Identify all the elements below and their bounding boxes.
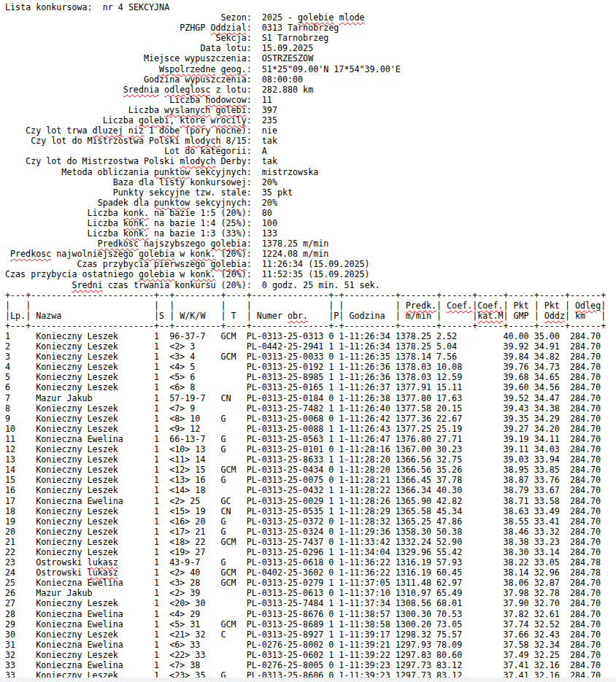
cell-p: 1	[328, 496, 339, 506]
cell-lp: 8	[5, 403, 36, 414]
cell-coef: 30.23	[436, 444, 472, 454]
cell-numer-obr: PL-0313-25-7437	[247, 537, 329, 547]
cell-s: 1	[154, 372, 169, 382]
cell-s: 1	[154, 444, 169, 454]
cell-godzina: 1-11:36:22	[339, 567, 395, 578]
cell-s: 1	[154, 485, 169, 495]
cell-numer-obr: PL-0313-25-0033	[247, 352, 329, 362]
cell-predk: 1366.56	[396, 454, 436, 465]
cell-s: 1	[154, 557, 169, 567]
header-field-line: Liczba hodowcow:11	[5, 95, 616, 105]
header-cell-coef: |	[436, 311, 472, 321]
cell-t: GCM	[221, 578, 247, 588]
cell-p: 1	[328, 403, 339, 414]
cell-coef: 55.42	[436, 547, 472, 557]
cell-pkt-gmp: 38.95	[503, 465, 534, 475]
cell-nazwa: Konieczny Leszek	[36, 454, 154, 465]
field-label: Czy lot trwa dluzej niz 1 dobe (pory noc…	[5, 125, 252, 136]
spellcheck-squiggle: wrocily	[210, 115, 246, 125]
cell-godzina: 1-11:38:57	[339, 609, 395, 619]
field-label: Baza dla listy konkursowej:	[5, 177, 252, 187]
cell-odleg: 284.78	[565, 567, 606, 578]
cell-godzina: 1-11:37:10	[339, 588, 395, 598]
cell-s: 1	[154, 382, 169, 392]
cell-wkw: <22> 33	[169, 650, 220, 660]
header-field-line: Liczba konk. na bazie 1:3 (33%):133	[5, 228, 616, 239]
header-field-line: Miejsce wypuszczenia:OSTRZESZOW	[5, 53, 616, 63]
spellcheck-squiggle: Predk.	[406, 301, 436, 311]
cell-godzina: 1-11:38:58	[339, 619, 395, 629]
cell-coef: 25.19	[436, 424, 472, 434]
header-cell-pkt-oddz: | Oddz	[534, 311, 565, 321]
cell-numer-obr: PL-0313-25-0088	[247, 424, 329, 434]
cell-coef: 65.49	[436, 588, 472, 598]
cell-s: 1	[154, 588, 169, 598]
cell-wkw: 43-9-7	[169, 557, 220, 567]
cell-godzina: 1-11:39:17	[339, 629, 395, 640]
cell-wkw: <18> 22	[169, 537, 220, 547]
cell-pkt-gmp: 39.92	[503, 341, 534, 352]
cell-predk: 1378.25	[396, 331, 436, 341]
cell-coef: 50.38	[436, 527, 472, 537]
field-value: 11:26:34 (15.09.2025)	[252, 259, 370, 269]
spellcheck-squiggle: Coef.	[477, 301, 503, 311]
cell-wkw: <8> 10	[169, 414, 220, 424]
header-field-line: Sekcja:S1 Tarnobrzeg	[5, 33, 616, 43]
cell-godzina: 1-11:26:36	[339, 362, 395, 372]
cell-p: 0	[328, 660, 339, 670]
cell-odleg: 284.70	[565, 496, 606, 506]
cell-godzina: 1-11:29:36	[339, 527, 395, 537]
cell-predk: 1377.58	[396, 403, 436, 414]
spellcheck-squiggle: Predkosc	[10, 249, 51, 259]
table-row: 8Konieczny Leszek1<7> 9PL-0313-25-748211…	[5, 403, 616, 414]
header-field-line: Predkosc najszybszego golebia:1378.25 m/…	[5, 239, 616, 249]
cell-numer-obr: PL-0313-25-0313	[247, 331, 329, 341]
cell-wkw: <9> 12	[169, 424, 220, 434]
cell-godzina: 1-11:28:20	[339, 454, 395, 465]
cell-coef: 83.12	[436, 660, 472, 670]
cell-nazwa: Konieczny Leszek	[36, 414, 154, 424]
cell-pkt-oddz: 34.65	[534, 372, 565, 382]
cell-godzina: 1-11:28:26	[339, 496, 395, 506]
cell-odleg: 284.70	[565, 465, 606, 475]
cell-wkw: <11> 14	[169, 454, 220, 465]
cell-lp: 5	[5, 372, 36, 382]
header-field-line: Punkty sekcyjne tzw. stale:35 pkt	[5, 187, 616, 198]
results-document[interactable]: Lista konkursowa: nr 4 SEKCYJNA Sezon:20…	[0, 0, 616, 682]
cell-p: 0	[328, 465, 339, 475]
cell-lp: 12	[5, 444, 36, 454]
cell-coef: 12.59	[436, 372, 472, 382]
cell-coef: 78.09	[436, 640, 472, 650]
cell-numer-obr: PL-0276-25-8005	[247, 660, 329, 670]
cell-pkt-gmp: 39.43	[503, 403, 534, 414]
cell-pkt-oddz: 34.56	[534, 382, 565, 392]
cell-odleg: 284.70	[565, 506, 606, 516]
field-label: Predkosc najszybszego golebia:	[5, 239, 252, 249]
cell-s: 1	[154, 527, 169, 537]
cell-godzina: 1-11:33:42	[339, 537, 395, 547]
field-label: Miejsce wypuszczenia:	[5, 53, 252, 63]
cell-predk: 1378.03	[396, 362, 436, 372]
cell-nazwa: Konieczny Leszek	[36, 362, 154, 372]
cell-nazwa: Ostrowski lukasz	[36, 567, 154, 578]
cell-nazwa: Konieczny Leszek	[36, 516, 154, 527]
header-field-line: Sezon:2025 - golebie mlode	[5, 12, 616, 23]
table-row: 29Konieczna Ewelina1<5> 31GCMPL-0313-25-…	[5, 619, 616, 629]
cell-numer-obr: PL-0313-25-7482	[247, 403, 329, 414]
spellcheck-squiggle: obr.	[288, 311, 308, 321]
cell-pkt-oddz: 34.82	[534, 352, 565, 362]
field-label: Czas przybycia pierwszego golebia:	[5, 259, 252, 269]
cell-s: 1	[154, 331, 169, 341]
cell-nazwa: Ostrowski lukasz	[36, 557, 154, 567]
cell-pkt-gmp: 38.06	[503, 578, 534, 588]
cell-numer-obr: PL-0313-25-0618	[247, 557, 329, 567]
cell-p: 1	[328, 619, 339, 629]
cell-pkt-gmp: 39.11	[503, 444, 534, 454]
cell-s: 1	[154, 660, 169, 670]
field-value: tak	[252, 156, 277, 166]
table-row: 23Ostrowski lukasz143-9-7GPL-0313-25-061…	[5, 557, 616, 567]
cell-lp: 28	[5, 609, 36, 619]
cell-nazwa: Konieczny Leszek	[36, 547, 154, 557]
header-field-line: Sredni czas trwania konkursu (20%):0 god…	[5, 280, 616, 290]
cell-lp: 32	[5, 650, 36, 660]
